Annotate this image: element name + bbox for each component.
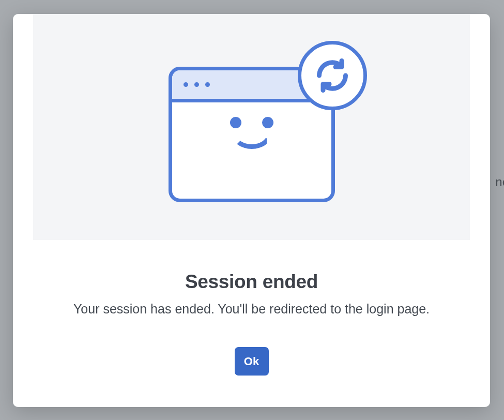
window-control-dot — [184, 82, 188, 87]
dialog-title: Session ended — [13, 271, 490, 293]
face-eyes — [230, 117, 273, 128]
browser-window-icon — [169, 67, 335, 202]
session-ended-dialog: Session ended Your session has ended. Yo… — [13, 14, 490, 407]
smiley-face-icon — [172, 117, 331, 149]
background-text-fragment: ne — [495, 175, 504, 189]
refresh-badge — [298, 41, 367, 110]
window-control-dot — [194, 82, 199, 87]
window-control-dot — [205, 82, 210, 87]
dialog-message: Your session has ended. You'll be redire… — [13, 302, 490, 317]
smile-icon — [232, 130, 271, 149]
refresh-icon — [314, 57, 351, 94]
eye-icon — [262, 117, 273, 128]
dialog-illustration — [33, 14, 470, 240]
ok-button[interactable]: Ok — [235, 347, 269, 376]
eye-icon — [230, 117, 241, 128]
